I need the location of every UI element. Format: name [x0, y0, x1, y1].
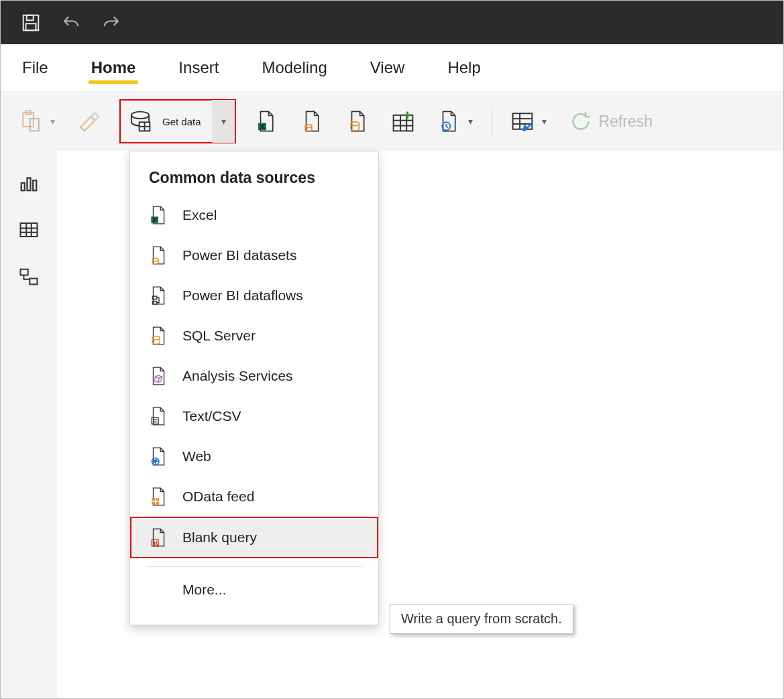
menu-home[interactable]: Home [86, 46, 142, 89]
source-analysis-services[interactable]: Analysis Services [130, 356, 378, 396]
get-data-dropdown[interactable]: ▾ [212, 100, 235, 143]
item-label: Power BI datasets [182, 247, 296, 263]
svg-rect-27 [21, 223, 38, 237]
svg-rect-2 [26, 23, 36, 30]
ribbon: ▾ Get data ▾ X ▾ ▾ [1, 92, 783, 151]
menu-view[interactable]: View [365, 46, 410, 89]
save-button[interactable] [21, 13, 41, 33]
item-label: Power BI dataflows [182, 288, 303, 304]
refresh-label: Refresh [599, 113, 653, 131]
svg-rect-24 [21, 183, 25, 190]
chevron-down-icon: ▾ [542, 116, 547, 127]
svg-point-6 [131, 112, 149, 119]
item-label: More... [182, 582, 226, 598]
source-pbi-datasets[interactable]: Power BI datasets [130, 235, 378, 275]
format-painter-button [74, 101, 105, 141]
source-pbi-dataflows[interactable]: Power BI dataflows [130, 275, 378, 316]
excel-source-button[interactable]: X [251, 101, 282, 141]
menu-insert[interactable]: Insert [173, 46, 224, 89]
transform-data-button[interactable]: ▾ [507, 101, 551, 141]
recent-sources-button[interactable]: ▾ [433, 101, 477, 141]
menu-help[interactable]: Help [442, 46, 486, 89]
paste-button: ▾ [15, 101, 59, 141]
svg-rect-25 [27, 178, 31, 191]
model-view-button[interactable] [15, 263, 42, 290]
item-label: Excel [182, 207, 217, 223]
item-label: Blank query [182, 529, 257, 546]
svg-rect-14 [393, 115, 412, 131]
redo-button[interactable] [101, 13, 121, 33]
chevron-down-icon: ▾ [468, 116, 473, 127]
tooltip: Write a query from scratch. [390, 604, 573, 634]
source-more[interactable]: More... [130, 570, 378, 610]
source-web[interactable]: Web [130, 436, 378, 476]
svg-rect-26 [33, 180, 36, 190]
separator [146, 566, 362, 567]
undo-button[interactable] [61, 13, 81, 33]
get-data-dropdown-panel: Common data sources X Excel Power BI dat… [129, 151, 379, 625]
source-sql-server[interactable]: SQL Server [130, 316, 378, 356]
pbi-dataset-button[interactable] [296, 101, 327, 141]
dropdown-title: Common data sources [130, 151, 378, 195]
sql-source-button[interactable] [342, 101, 373, 141]
svg-rect-33 [30, 279, 37, 285]
svg-text:X: X [260, 123, 264, 130]
source-blank-query[interactable]: Blank query [130, 517, 378, 558]
chevron-down-icon: ▾ [50, 116, 55, 127]
chevron-down-icon: ▾ [221, 116, 226, 127]
svg-rect-1 [27, 15, 34, 20]
svg-rect-32 [21, 269, 28, 275]
menu-file[interactable]: File [17, 46, 54, 89]
source-text-csv[interactable]: Text/CSV [130, 396, 378, 436]
enter-data-button[interactable] [388, 101, 418, 141]
menu-modeling[interactable]: Modeling [256, 46, 332, 89]
divider [492, 106, 492, 137]
item-label: OData feed [182, 489, 254, 505]
refresh-button: Refresh [565, 101, 657, 141]
item-label: Analysis Services [182, 368, 293, 384]
svg-text:X: X [153, 216, 157, 223]
menubar: File Home Insert Modeling View Help [1, 44, 783, 92]
left-rail [1, 151, 58, 698]
item-label: Text/CSV [182, 408, 241, 424]
get-data-label: Get data [162, 116, 201, 127]
source-odata-feed[interactable]: OData feed [130, 476, 378, 517]
item-label: SQL Server [182, 328, 256, 344]
report-view-button[interactable] [15, 170, 42, 196]
svg-rect-5 [30, 119, 39, 131]
source-excel[interactable]: X Excel [130, 195, 378, 235]
get-data-button[interactable]: Get data ▾ [119, 99, 236, 143]
item-label: Web [182, 448, 211, 464]
titlebar [1, 1, 783, 44]
data-view-button[interactable] [15, 216, 42, 243]
